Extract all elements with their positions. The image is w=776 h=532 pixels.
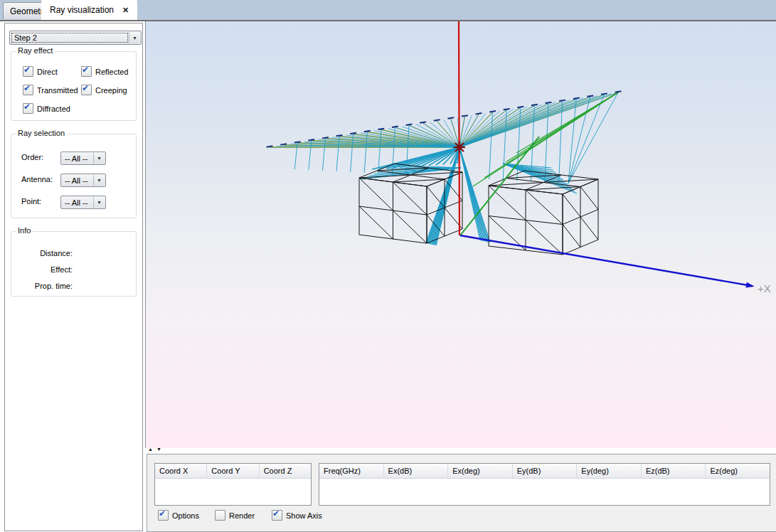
column-header[interactable]: Ex(dB): [384, 464, 449, 478]
checkbox-icon: ✔: [158, 510, 169, 521]
ray-selection-group: Ray selection Order: -- All -- ▼ Antenna…: [11, 134, 137, 218]
checkbox-options[interactable]: ✔ Options: [158, 510, 199, 521]
splitter-bar[interactable]: ▲ ▼: [145, 448, 776, 454]
column-header[interactable]: Ez(dB): [642, 464, 706, 478]
field-table-body[interactable]: [319, 479, 770, 505]
checkbox-options-label: Options: [172, 511, 199, 520]
results-panel: Coord XCoord YCoord Z Freq(GHz)Ex(dB)Ex(…: [147, 454, 776, 532]
coord-table-body[interactable]: [155, 479, 311, 505]
dropdown-arrow-icon[interactable]: ▼: [93, 175, 105, 186]
ray-selection-title: Ray selection: [16, 129, 67, 137]
ray-effect-group: Ray effect ✔ Direct ✔ Reflected ✔ Transm…: [11, 51, 137, 121]
checkbox-creeping-label: Creeping: [95, 86, 127, 95]
point-selector-value: -- All --: [65, 198, 87, 207]
order-label: Order:: [21, 151, 43, 164]
column-header[interactable]: Ex(deg): [448, 464, 513, 478]
step-selector-value: Step 2: [11, 33, 128, 43]
x-axis: [460, 235, 752, 286]
antenna-selector[interactable]: -- All -- ▼: [60, 174, 106, 187]
checkbox-transmitted[interactable]: ✔ Transmitted: [23, 85, 78, 95]
checkbox-icon: ✔: [23, 103, 33, 114]
ray-effect-title: Ray effect: [16, 46, 55, 55]
order-selector[interactable]: -- All -- ▼: [60, 151, 106, 165]
column-header[interactable]: Coord Z: [260, 464, 311, 478]
field-table-header: Freq(GHz)Ex(dB)Ex(deg)Ey(dB)Ey(deg)Ez(dB…: [319, 464, 770, 479]
checkbox-reflected[interactable]: ✔ Reflected: [81, 66, 128, 77]
viewport-3d[interactable]: +X: [145, 21, 776, 448]
checkbox-reflected-label: Reflected: [95, 68, 128, 76]
point-label: Point:: [21, 196, 41, 208]
antenna-marker: [457, 145, 462, 150]
checkbox-diffracted[interactable]: ✔ Diffracted: [23, 103, 70, 114]
tab-bar: Geometry Ray visualization ✕: [0, 0, 776, 21]
dropdown-arrow-icon[interactable]: ▼: [129, 32, 140, 43]
checkbox-direct-label: Direct: [37, 68, 58, 76]
ray-scene: +X: [146, 21, 776, 448]
step-selector[interactable]: Step 2 ▼: [9, 31, 142, 45]
checkbox-icon: ✔: [81, 85, 92, 95]
point-selector[interactable]: -- All -- ▼: [60, 196, 106, 209]
antenna-selector-value: -- All --: [65, 176, 87, 185]
checkbox-show-axis-label: Show Axis: [286, 511, 322, 520]
checkbox-render-label: Render: [229, 511, 255, 520]
prop-time-label: Prop. time:: [11, 282, 73, 291]
dropdown-arrow-icon[interactable]: ▼: [93, 197, 105, 208]
checkbox-icon: ✔: [23, 66, 33, 77]
column-header[interactable]: Coord X: [155, 464, 207, 478]
tab-ray-visualization-label: Ray visualization: [50, 5, 114, 15]
control-panel: Step 2 ▼ Ray effect ✔ Direct ✔ Reflected…: [4, 23, 143, 531]
field-table: Freq(GHz)Ex(dB)Ex(deg)Ey(dB)Ey(deg)Ez(dB…: [319, 463, 770, 506]
column-header[interactable]: Ez(deg): [706, 464, 770, 478]
column-header[interactable]: Freq(GHz): [319, 464, 384, 478]
coord-table: Coord XCoord YCoord Z: [154, 463, 312, 506]
checkbox-icon: ✔: [81, 66, 92, 77]
z-axis: [459, 21, 459, 235]
dropdown-arrow-icon[interactable]: ▼: [93, 153, 105, 164]
distance-label: Distance:: [11, 249, 73, 258]
x-axis-label: +X: [758, 282, 771, 294]
checkbox-direct[interactable]: ✔ Direct: [23, 66, 58, 77]
collapse-down-icon[interactable]: ▼: [156, 447, 161, 452]
checkbox-creeping[interactable]: ✔ Creeping: [81, 85, 127, 95]
x-axis-arrowhead-icon: [745, 282, 755, 288]
checkbox-diffracted-label: Diffracted: [37, 105, 70, 113]
info-title: Info: [16, 226, 33, 235]
app-window: Geometry Ray visualization ✕ Step 2 ▼ Ra…: [0, 0, 776, 532]
column-header[interactable]: Ey(deg): [577, 464, 642, 478]
column-header[interactable]: Coord Y: [207, 464, 259, 478]
close-tab-icon[interactable]: ✕: [122, 6, 129, 15]
coord-table-header: Coord XCoord YCoord Z: [155, 464, 311, 479]
antenna-label: Antenna:: [21, 174, 53, 186]
checkbox-render[interactable]: ✔ Render: [215, 510, 255, 521]
checkbox-icon: ✔: [215, 510, 225, 521]
checkbox-transmitted-label: Transmitted: [37, 86, 78, 95]
order-selector-value: -- All --: [65, 154, 87, 163]
effect-label: Effect:: [11, 265, 73, 275]
checkbox-icon: ✔: [23, 85, 33, 95]
checkbox-show-axis[interactable]: ✔ Show Axis: [272, 510, 322, 521]
collapse-up-icon[interactable]: ▲: [148, 447, 153, 452]
info-group: Info Distance: Effect: Prop. time:: [11, 231, 137, 297]
checkbox-icon: ✔: [272, 510, 282, 521]
column-header[interactable]: Ey(dB): [513, 464, 578, 478]
tab-ray-visualization[interactable]: Ray visualization ✕: [41, 0, 137, 20]
